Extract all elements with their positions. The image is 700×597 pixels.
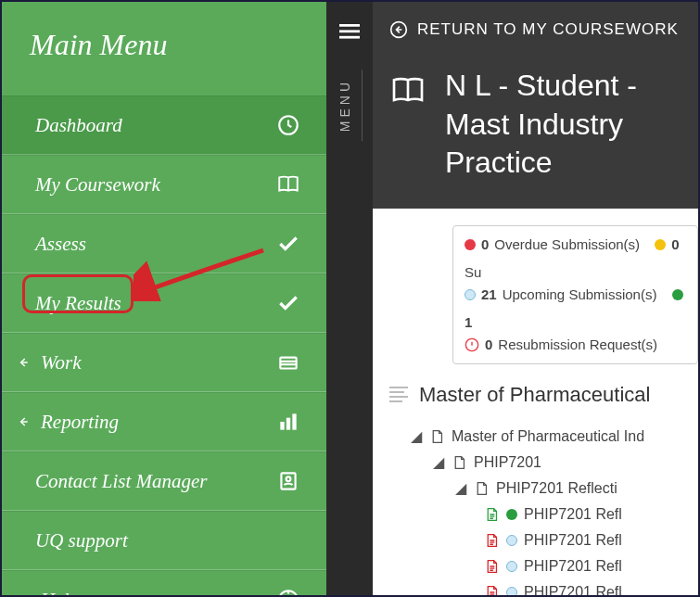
return-link[interactable]: RETURN TO MY COURSEWORK	[373, 2, 698, 57]
tree-label: PHIP7201 Refl	[524, 506, 622, 523]
sidebar-item-my-results[interactable]: My Results	[2, 273, 326, 333]
status-count: 0	[485, 334, 492, 356]
dot-red-icon	[465, 239, 476, 250]
tree-label: PHIP7201 Reflecti	[496, 480, 617, 497]
dot-green-icon	[672, 289, 683, 300]
warning-icon	[465, 337, 479, 352]
page-header: N L - Student - Mast Industry Practice	[373, 57, 698, 209]
tree-leaf[interactable]: PHIP7201 Refl	[484, 579, 698, 595]
contact-icon	[276, 469, 300, 493]
document-icon	[484, 505, 500, 524]
tray-icon	[276, 350, 300, 375]
tree-node[interactable]: ◢ Master of Pharmaceutical Ind	[410, 424, 698, 450]
status-count: 1	[465, 311, 472, 334]
document-icon	[484, 583, 500, 595]
svg-point-6	[286, 476, 291, 481]
sidebar-item-label: Reporting	[41, 411, 119, 434]
help-icon	[276, 588, 300, 597]
sidebar-item-label: Contact List Manager	[35, 470, 208, 493]
dot-lightblue-icon	[506, 561, 517, 572]
status-label: Resubmission Request(s)	[498, 334, 657, 356]
status-count: 21	[481, 284, 497, 306]
sidebar-item-label: UQ support	[35, 529, 128, 553]
return-link-label: RETURN TO MY COURSEWORK	[417, 20, 679, 39]
blank-icon	[276, 528, 300, 553]
tree-leaf[interactable]: PHIP7201 Refl	[484, 527, 698, 553]
tree-node[interactable]: ◢ PHIP7201 Reflecti	[454, 476, 698, 502]
caret-down-icon[interactable]: ◢	[454, 479, 467, 497]
arrow-left-icon	[17, 356, 30, 369]
dot-yellow-icon	[655, 239, 666, 250]
sidebar-item-label: Work	[41, 351, 82, 375]
tree-leaf[interactable]: PHIP7201 Refl	[484, 502, 698, 527]
status-label: Overdue Submission(s)	[494, 234, 640, 256]
page-title: N L - Student - Mast Industry Practice	[445, 67, 698, 183]
tree-leaf[interactable]: PHIP7201 Refl	[484, 553, 698, 579]
sidebar-title: Main Menu	[2, 2, 326, 95]
return-arrow-icon	[389, 20, 408, 39]
status-count: 0	[481, 234, 489, 256]
sidebar-item-label: Dashboard	[35, 114, 122, 137]
book-icon	[389, 72, 426, 109]
tree-label: PHIP7201 Refl	[524, 532, 622, 549]
tree: ◢ Master of Pharmaceutical Ind ◢ PHIP720…	[410, 424, 698, 595]
arrow-left-icon	[17, 593, 30, 597]
book-icon	[276, 172, 300, 197]
status-label: Upcoming Submission(s)	[503, 284, 657, 306]
chart-icon	[276, 410, 300, 434]
status-label: Su	[465, 261, 481, 284]
status-box: 0 Overdue Submission(s) 0 Su 21 Upcoming…	[452, 225, 698, 364]
hamburger-icon[interactable]	[339, 22, 360, 42]
svg-rect-10	[339, 30, 360, 32]
svg-rect-3	[286, 418, 290, 430]
document-icon	[484, 531, 500, 550]
content: 0 Overdue Submission(s) 0 Su 21 Upcoming…	[373, 209, 698, 595]
lines-icon	[389, 387, 408, 402]
menu-strip-label: MENU	[337, 70, 363, 141]
sidebar-item-label: Help	[41, 589, 79, 598]
sidebar-item-reporting[interactable]: Reporting	[2, 392, 326, 451]
document-icon	[484, 557, 500, 576]
sidebar-item-uq-support[interactable]: UQ support	[2, 511, 326, 570]
sidebar-item-help[interactable]: Help	[2, 570, 326, 597]
sidebar-item-work[interactable]: Work	[2, 333, 326, 392]
dot-lightblue-icon	[465, 289, 476, 300]
sidebar-item-my-coursework[interactable]: My Coursework	[2, 155, 326, 214]
tree-label: PHIP7201 Refl	[524, 558, 622, 575]
tree-label: PHIP7201 Refl	[524, 584, 622, 595]
menu-strip: MENU	[326, 2, 373, 595]
dot-lightblue-icon	[506, 535, 517, 546]
svg-rect-2	[280, 422, 284, 430]
svg-rect-4	[292, 413, 296, 429]
svg-rect-1	[280, 358, 296, 369]
check-icon	[276, 232, 300, 256]
sidebar-item-label: My Coursework	[35, 173, 160, 197]
sidebar: Main Menu Dashboard My Coursework Assess…	[2, 2, 326, 595]
caret-down-icon[interactable]: ◢	[432, 453, 445, 471]
svg-rect-11	[339, 36, 360, 39]
sidebar-item-label: Assess	[35, 233, 86, 256]
document-icon	[452, 453, 467, 472]
dashboard-icon	[276, 113, 300, 137]
check-icon	[276, 291, 300, 315]
tree-label: Master of Pharmaceutical Ind	[452, 428, 644, 445]
page: RETURN TO MY COURSEWORK N L - Student - …	[373, 2, 698, 595]
caret-down-icon[interactable]: ◢	[410, 427, 423, 445]
tree-node[interactable]: ◢ PHIP7201	[432, 450, 698, 476]
sidebar-item-label: My Results	[35, 292, 121, 315]
section-header: Master of Pharmaceutical	[389, 383, 698, 407]
status-count: 0	[671, 234, 679, 256]
arrow-left-icon	[17, 415, 30, 428]
document-icon	[429, 427, 445, 446]
dot-green-icon	[506, 509, 517, 520]
svg-rect-9	[339, 24, 360, 27]
dot-lightblue-icon	[506, 587, 517, 595]
document-icon	[474, 479, 490, 498]
sidebar-item-assess[interactable]: Assess	[2, 214, 326, 273]
tree-label: PHIP7201	[474, 454, 541, 471]
section-header-label: Master of Pharmaceutical	[419, 383, 650, 407]
sidebar-item-dashboard[interactable]: Dashboard	[2, 95, 326, 155]
sidebar-item-contact-list-manager[interactable]: Contact List Manager	[2, 451, 326, 511]
